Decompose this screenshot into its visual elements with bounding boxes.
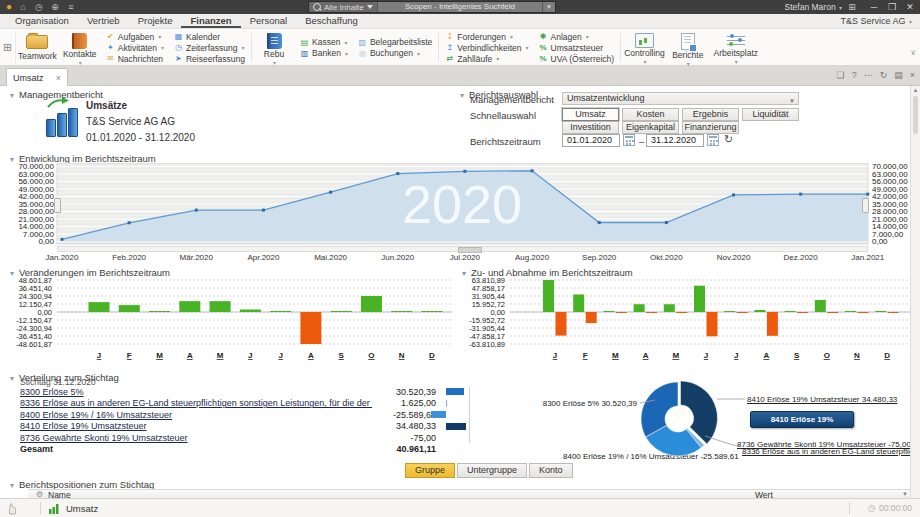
- ribbon-controlling[interactable]: Controlling▾: [622, 30, 667, 65]
- help-icon[interactable]: ?: [852, 70, 857, 80]
- chart-bar[interactable]: [210, 301, 231, 312]
- donut-slice[interactable]: [641, 382, 678, 437]
- menu-item-vertrieb[interactable]: Vertrieb: [78, 14, 129, 28]
- chart-bar[interactable]: [845, 311, 856, 312]
- chart-bar[interactable]: [586, 312, 597, 323]
- user-menu[interactable]: Stefan Maron ▾: [785, 0, 842, 14]
- save-view-icon[interactable]: ▤: [894, 70, 903, 80]
- menu-item-organisation[interactable]: Organisation: [6, 14, 78, 28]
- ribbon-kassen[interactable]: ▤Kassen▾: [300, 37, 348, 47]
- close-view-icon[interactable]: ×: [910, 70, 915, 80]
- ribbon-nachrichten[interactable]: ✉Nachrichten: [106, 54, 164, 64]
- ribbon-teamwork[interactable]: Teamwork: [16, 30, 59, 65]
- ribbon-forderungen[interactable]: ↧Forderungen▾: [445, 32, 528, 42]
- ribbon-kontakte[interactable]: Kontakte▾: [59, 30, 101, 65]
- date-from-input[interactable]: 01.01.2020: [562, 134, 620, 147]
- account-link[interactable]: 8400 Erlöse 19% / 16% Umsatzsteuer: [20, 410, 372, 420]
- ribbon-rebu[interactable]: Rebu▾: [253, 30, 295, 65]
- ribbon-berichte[interactable]: Berichte▾: [667, 30, 709, 65]
- menu-item-beschaffung[interactable]: Beschaffung: [296, 14, 367, 28]
- company-selector[interactable]: T&S Service AG ▾: [840, 16, 912, 26]
- chart-bar[interactable]: [179, 301, 200, 312]
- chart-bar[interactable]: [556, 312, 567, 336]
- close-button[interactable]: ✕: [904, 0, 916, 14]
- chart-bar[interactable]: [767, 312, 778, 336]
- chart-bar[interactable]: [707, 312, 718, 336]
- chart-bar[interactable]: [724, 311, 735, 312]
- chart-bar[interactable]: [603, 311, 614, 312]
- chart-bar[interactable]: [815, 300, 826, 312]
- ribbon-belegarbeitsliste[interactable]: ▧Belegarbeitsliste: [358, 37, 432, 47]
- scroll-up-icon[interactable]: ▲: [911, 87, 920, 93]
- account-link[interactable]: 8300 Erlöse 5%: [20, 387, 372, 397]
- quick-button-investition[interactable]: Investition: [562, 121, 619, 134]
- ribbon-buchungen[interactable]: ◎Buchungen▾: [358, 48, 432, 58]
- quick-button-ergebnis[interactable]: Ergebnis: [682, 108, 739, 121]
- menu-item-finanzen[interactable]: Finanzen: [181, 14, 240, 28]
- chart-bar[interactable]: [240, 309, 261, 312]
- home-icon[interactable]: ⌂: [17, 0, 29, 14]
- pan-hand-icon[interactable]: [7, 502, 18, 515]
- ribbon-aktivitaeten[interactable]: ✦Aktivitäten▾: [106, 43, 164, 53]
- minimize-button[interactable]: ─: [868, 0, 880, 14]
- quick-button-eigenkapital[interactable]: Eigenkapital: [622, 121, 679, 134]
- chart-bar[interactable]: [694, 286, 705, 312]
- column-filter-icon[interactable]: ▼: [902, 491, 908, 497]
- menu-item-personal[interactable]: Personal: [241, 14, 297, 28]
- chart-bar[interactable]: [827, 312, 838, 313]
- account-link[interactable]: 8410 Erlöse 19% Umsatzsteuer: [20, 421, 372, 431]
- maximize-button[interactable]: ❒: [886, 0, 898, 14]
- chart-horizontal-scrollbar[interactable]: [57, 246, 868, 252]
- refresh-icon[interactable]: ↻: [880, 70, 888, 80]
- chart-bar[interactable]: [858, 312, 869, 313]
- chart-bar[interactable]: [331, 311, 352, 312]
- chart-bar[interactable]: [270, 311, 291, 312]
- ribbon-kalender[interactable]: ▦Kalender: [174, 32, 245, 42]
- chart-bar[interactable]: [875, 311, 886, 312]
- ribbon-aufgaben[interactable]: ✔Aufgaben▾: [106, 32, 164, 42]
- chart-bar[interactable]: [797, 312, 808, 313]
- scrollbar-thumb[interactable]: [458, 247, 482, 253]
- chart-bar[interactable]: [888, 312, 899, 313]
- chart-bar[interactable]: [785, 311, 796, 312]
- chart-bar[interactable]: [676, 312, 687, 313]
- chart-bar[interactable]: [634, 304, 645, 312]
- history-icon[interactable]: ◷: [33, 0, 45, 14]
- tab-close-icon[interactable]: ×: [56, 73, 61, 83]
- chart-right-handle[interactable]: [862, 198, 869, 213]
- ribbon-zeiterfassung[interactable]: ◷Zeiterfassung▾: [174, 43, 245, 53]
- account-link[interactable]: 8736 Gewährte Skonti 19% Umsatzsteuer: [20, 433, 372, 443]
- ribbon-collapse-icon[interactable]: ∨: [910, 48, 916, 57]
- chart-bar[interactable]: [421, 311, 442, 312]
- ribbon-anlagen[interactable]: ✱Anlagen▾: [539, 32, 615, 42]
- search-dropdown-icon[interactable]: ▼: [542, 2, 555, 12]
- chart-bar[interactable]: [664, 304, 675, 312]
- chart-bar[interactable]: [300, 312, 321, 344]
- ribbon-grid-icon[interactable]: ⊞: [0, 30, 16, 65]
- ribbon-zahllaeufe[interactable]: ⇄Zahlläufe▾: [445, 54, 528, 64]
- global-search[interactable]: Alle Inhalte Scopen - Intelligentes Such…: [308, 1, 556, 13]
- ribbon-reiseerfassung[interactable]: ➤Reiseerfassung: [174, 54, 245, 64]
- ribbon-uva[interactable]: %UVA (Österreich): [539, 54, 615, 64]
- apps-grid-icon[interactable]: ⊞: [846, 0, 858, 14]
- search-scope-selector[interactable]: Alle Inhalte: [309, 2, 378, 12]
- managementbericht-select[interactable]: Umsatzentwicklung▼: [562, 92, 799, 105]
- network-icon[interactable]: ⊕: [49, 0, 61, 14]
- quick-button-kosten[interactable]: Kosten: [622, 108, 679, 121]
- date-to-input[interactable]: 31.12.2020: [646, 134, 704, 147]
- chart-bar[interactable]: [361, 296, 382, 312]
- ribbon-verbindlichkeiten[interactable]: ↥Verbindlichkeiten▾: [445, 43, 528, 53]
- ribbon-banken[interactable]: ▥Banken▾: [300, 48, 348, 58]
- chart-bar[interactable]: [543, 280, 554, 312]
- menu-item-projekte[interactable]: Projekte: [129, 14, 182, 28]
- group-button-gruppe[interactable]: Gruppe: [405, 463, 455, 478]
- quick-button-umsatz[interactable]: Umsatz: [562, 108, 619, 121]
- chart-bar[interactable]: [646, 312, 657, 313]
- date-from-calendar-icon[interactable]: [623, 134, 635, 146]
- group-button-untergruppe[interactable]: Untergruppe: [457, 463, 527, 478]
- account-link[interactable]: 8336 Erlöse aus in anderen EG-Land steue…: [20, 398, 372, 408]
- more-options-icon[interactable]: ⋯: [864, 70, 873, 80]
- duplicate-view-icon[interactable]: ❏: [837, 70, 845, 80]
- reload-report-icon[interactable]: ↻: [724, 133, 733, 146]
- chart-left-handle[interactable]: [54, 198, 61, 213]
